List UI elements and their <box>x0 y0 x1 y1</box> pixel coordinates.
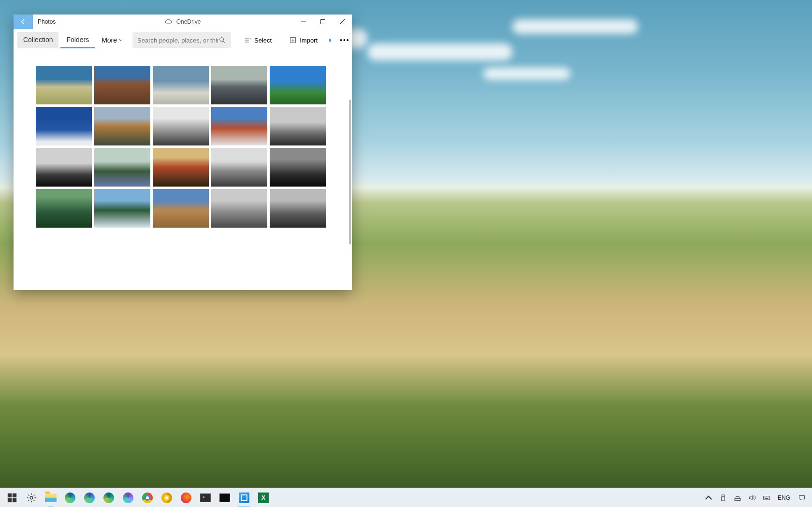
select-icon <box>244 36 251 44</box>
terminal-icon <box>200 493 211 502</box>
cmd-button[interactable] <box>216 488 234 507</box>
tab-more-label: More <box>102 36 117 44</box>
sync-indicator <box>329 38 331 42</box>
photos-window: Photos OneDrive Collection Folders More … <box>14 14 352 290</box>
svg-rect-3 <box>8 493 12 497</box>
maximize-button[interactable] <box>313 14 333 29</box>
edge-canary-icon <box>123 493 133 503</box>
photo-thumbnail[interactable] <box>211 107 267 145</box>
network-tray-icon[interactable] <box>731 488 744 507</box>
import-label: Import <box>300 37 318 44</box>
volume-tray-icon[interactable] <box>745 488 759 507</box>
edge-dev-button[interactable] <box>100 488 118 507</box>
svg-rect-10 <box>735 498 740 500</box>
edge-dev-icon <box>103 493 114 503</box>
firefox-icon <box>181 493 191 503</box>
minimize-button[interactable] <box>294 14 313 29</box>
window-controls <box>294 14 352 29</box>
svg-rect-0 <box>321 20 325 24</box>
photo-thumbnail[interactable] <box>211 189 267 228</box>
terminal-button[interactable] <box>196 488 215 507</box>
search-icon <box>218 36 226 44</box>
wallpaper-cloud <box>512 19 638 34</box>
onedrive-label: OneDrive <box>176 18 201 25</box>
edge-button[interactable] <box>61 488 79 507</box>
photo-thumbnail[interactable] <box>153 148 209 187</box>
photo-thumbnail[interactable] <box>153 189 209 228</box>
cmd-icon <box>219 493 230 502</box>
wallpaper-cloud <box>367 43 512 60</box>
cloud-icon <box>165 19 174 25</box>
photo-thumbnail[interactable] <box>36 189 92 228</box>
photo-thumbnail[interactable] <box>270 66 326 104</box>
photo-thumbnail[interactable] <box>94 148 150 187</box>
photo-thumbnail[interactable] <box>211 148 267 187</box>
windows-icon <box>7 493 17 503</box>
folder-icon <box>45 493 57 502</box>
photo-thumbnail[interactable] <box>270 189 326 228</box>
chrome-button[interactable] <box>138 488 157 507</box>
photo-thumbnail[interactable] <box>211 66 267 104</box>
settings-button[interactable] <box>22 488 41 507</box>
search-input[interactable] <box>137 37 218 44</box>
file-explorer-button[interactable] <box>42 488 60 507</box>
svg-point-1 <box>220 38 224 42</box>
edge-canary-button[interactable] <box>119 488 137 507</box>
chrome-icon <box>142 493 153 503</box>
tab-folders[interactable]: Folders <box>60 32 95 48</box>
photos-taskbar-button[interactable] <box>235 488 253 507</box>
edge-beta-button[interactable] <box>80 488 99 507</box>
firefox-button[interactable] <box>177 488 195 507</box>
svg-rect-12 <box>799 495 805 499</box>
photo-thumbnail[interactable] <box>36 148 92 187</box>
photo-thumbnail[interactable] <box>270 107 326 145</box>
edge-icon <box>65 493 75 503</box>
close-button[interactable] <box>333 14 352 29</box>
taskbar-left: X <box>3 488 273 507</box>
photo-thumbnail[interactable] <box>94 66 150 104</box>
chrome-canary-button[interactable] <box>158 488 176 507</box>
gear-icon <box>26 493 37 503</box>
svg-point-7 <box>30 496 33 499</box>
keyboard-tray-icon[interactable] <box>760 488 773 507</box>
select-button[interactable]: Select <box>239 33 276 47</box>
scrollbar[interactable] <box>349 100 351 245</box>
language-indicator[interactable]: ENG <box>774 488 794 507</box>
svg-rect-4 <box>13 493 16 497</box>
onedrive-status[interactable]: OneDrive <box>165 18 201 25</box>
svg-rect-9 <box>722 497 725 501</box>
import-button[interactable]: Import <box>284 33 322 47</box>
tab-collection[interactable]: Collection <box>17 32 58 48</box>
search-box[interactable] <box>132 32 231 48</box>
photo-thumbnail[interactable] <box>36 66 92 104</box>
action-center-button[interactable] <box>795 488 809 507</box>
back-button[interactable] <box>14 14 33 29</box>
tab-more[interactable]: More <box>97 32 129 48</box>
app-title: Photos <box>33 18 56 25</box>
excel-icon: X <box>258 493 269 503</box>
arrow-left-icon <box>19 18 27 26</box>
photo-thumbnail[interactable] <box>94 107 150 145</box>
more-options-button[interactable]: ••• <box>333 33 357 47</box>
edge-beta-icon <box>84 493 95 503</box>
chrome-canary-icon <box>161 493 172 503</box>
tray-overflow-button[interactable] <box>702 488 715 507</box>
photo-thumbnail[interactable] <box>94 189 150 228</box>
svg-rect-5 <box>8 498 12 502</box>
titlebar[interactable]: Photos OneDrive <box>14 14 352 29</box>
usb-tray-icon[interactable] <box>716 488 730 507</box>
photo-thumbnail[interactable] <box>36 107 92 145</box>
excel-button[interactable]: X <box>254 488 273 507</box>
select-label: Select <box>254 37 272 44</box>
photo-thumbnail[interactable] <box>153 66 209 104</box>
photo-thumbnail[interactable] <box>153 107 209 145</box>
photo-thumbnail[interactable] <box>270 148 326 187</box>
svg-rect-11 <box>763 496 769 499</box>
import-icon <box>289 36 297 44</box>
photos-icon <box>239 493 249 503</box>
wallpaper-cloud <box>483 68 570 80</box>
notification-icon <box>798 494 806 502</box>
start-button[interactable] <box>3 488 21 507</box>
keyboard-icon <box>763 494 770 502</box>
chevron-up-icon <box>705 494 712 502</box>
